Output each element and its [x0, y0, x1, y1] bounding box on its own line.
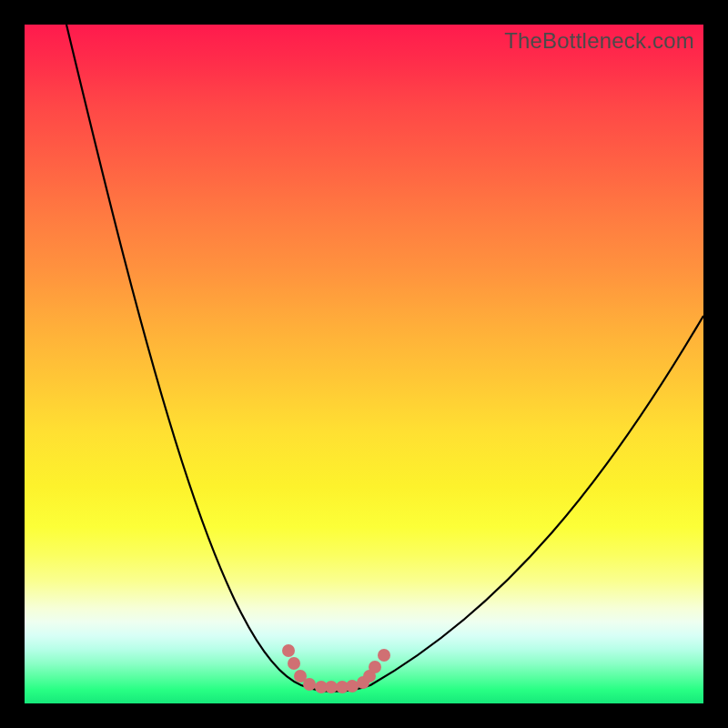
trough-dot [346, 680, 359, 693]
trough-dot [378, 649, 390, 662]
trough-dot [369, 661, 381, 673]
trough-dot [325, 681, 338, 693]
trough-dot [282, 644, 295, 657]
trough-dots-group [282, 644, 390, 693]
plot-area: TheBottleneck.com [25, 25, 703, 703]
bottleneck-curve [66, 25, 703, 692]
trough-dot [288, 657, 300, 670]
chart-svg [25, 25, 703, 703]
trough-dot [303, 678, 316, 691]
